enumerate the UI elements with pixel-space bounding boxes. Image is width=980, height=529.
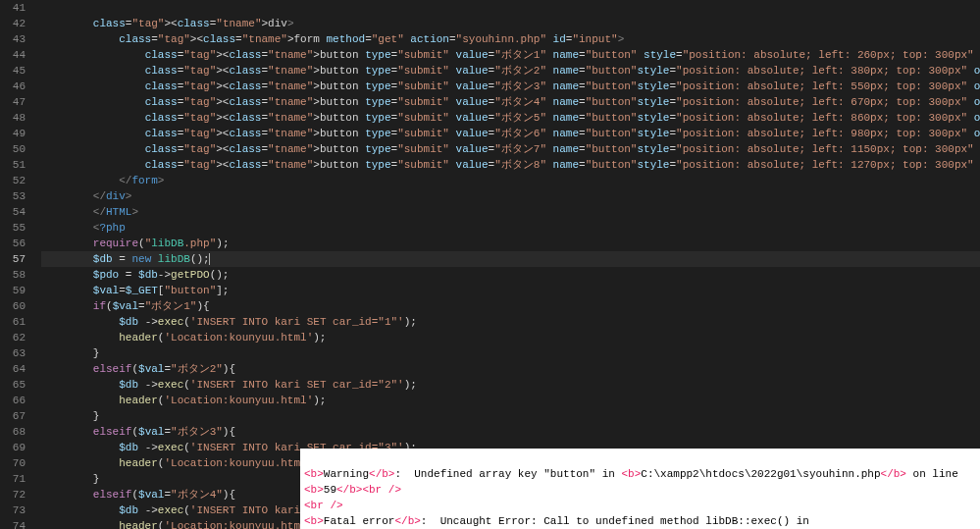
tag-b-open: <b> — [621, 468, 641, 480]
line-number: 69 — [8, 440, 26, 455]
tag-b-close: </b> — [394, 515, 420, 527]
code-line[interactable]: require("libDB.php"); — [41, 236, 980, 251]
tag-b-close: </b> — [881, 468, 906, 480]
line-number: 59 — [8, 283, 26, 298]
tag-b-close: </b> — [369, 468, 394, 480]
code-line[interactable]: $val=$_GET["button"]; — [41, 283, 980, 298]
code-line[interactable]: <?php — [41, 220, 980, 236]
code-line[interactable]: class="tag"><class="tname">button type="… — [41, 63, 980, 79]
line-number: 53 — [8, 188, 26, 204]
line-number: 71 — [8, 471, 26, 487]
line-number: 51 — [8, 157, 26, 173]
line-number: 43 — [8, 31, 26, 47]
err-text: on line — [906, 468, 964, 480]
code-line[interactable]: header('Location:kounyuu.html'); — [41, 393, 980, 408]
line-number: 52 — [8, 173, 26, 188]
err-text: : Undefined array key "button" in — [394, 468, 621, 480]
code-line[interactable]: class="tag"><class="tname">button type="… — [41, 157, 980, 173]
line-number: 58 — [8, 267, 26, 283]
tag-b-close: </b><br /> — [336, 484, 401, 496]
line-number: 64 — [8, 361, 26, 377]
err-warning: Warning — [324, 468, 369, 480]
tag-b-open: <b> — [304, 515, 324, 527]
line-number: 50 — [8, 141, 26, 157]
code-line[interactable]: elseif($val="ボタン2"){ — [41, 361, 980, 377]
code-line[interactable]: $db = new libDB(); — [41, 251, 980, 267]
code-line[interactable]: class="tag"><class="tname">button type="… — [41, 47, 980, 63]
line-number: 56 — [8, 236, 26, 251]
line-number: 65 — [8, 377, 26, 393]
line-number: 63 — [8, 345, 26, 361]
line-number: 55 — [8, 220, 26, 236]
tag-b-open: <b> — [304, 468, 324, 480]
line-number: 73 — [8, 503, 26, 518]
code-line[interactable]: class="tag"><class="tname">button type="… — [41, 126, 980, 141]
line-number: 72 — [8, 487, 26, 503]
line-number: 67 — [8, 408, 26, 424]
line-number: 70 — [8, 455, 26, 471]
line-number: 42 — [8, 16, 26, 31]
code-line[interactable]: $pdo = $db->getPDO(); — [41, 267, 980, 283]
code-line[interactable]: class="tag"><class="tname">div> — [41, 16, 980, 31]
line-number: 47 — [8, 94, 26, 110]
line-number: 62 — [8, 330, 26, 345]
line-number: 41 — [8, 0, 26, 16]
line-number: 57 — [8, 251, 26, 267]
code-line[interactable]: class="tag"><class="tname">button type="… — [41, 94, 980, 110]
line-number: 61 — [8, 314, 26, 330]
code-line[interactable]: class="tag"><class="tname">form method="… — [41, 31, 980, 47]
code-line[interactable]: if($val="ボタン1"){ — [41, 298, 980, 314]
code-line[interactable]: $db ->exec('INSERT INTO kari SET car_id=… — [41, 314, 980, 330]
code-line[interactable]: elseif($val="ボタン3"){ — [41, 424, 980, 440]
tag-br: <br /> — [304, 500, 343, 511]
code-line[interactable]: class="tag"><class="tname">button type="… — [41, 110, 980, 126]
code-line[interactable] — [41, 0, 980, 16]
line-number-gutter: 4142434445464748495051525354555657585960… — [0, 0, 39, 529]
code-line[interactable]: } — [41, 408, 980, 424]
line-number: 46 — [8, 79, 26, 94]
err-fatal: Fatal error — [324, 515, 395, 527]
line-number: 45 — [8, 63, 26, 79]
code-line[interactable]: </form> — [41, 173, 980, 188]
code-line[interactable]: </div> — [41, 188, 980, 204]
line-number: 48 — [8, 110, 26, 126]
line-number: 66 — [8, 393, 26, 408]
line-number: 60 — [8, 298, 26, 314]
err-file: C:\xampp2\htdocs\2022g01\syouhinn.php — [641, 468, 880, 480]
line-number: 44 — [8, 47, 26, 63]
line-number: 49 — [8, 126, 26, 141]
code-line[interactable]: class="tag"><class="tname">button type="… — [41, 79, 980, 94]
code-line[interactable]: header('Location:kounyuu.html'); — [41, 330, 980, 345]
code-line[interactable]: } — [41, 345, 980, 361]
line-number: 74 — [8, 518, 26, 529]
code-line[interactable]: </HTML> — [41, 204, 980, 220]
line-number: 68 — [8, 424, 26, 440]
err-line: 59 — [324, 484, 336, 496]
code-line[interactable]: class="tag"><class="tname">button type="… — [41, 141, 980, 157]
php-error-overlay: <b>Warning</b>: Undefined array key "but… — [300, 449, 980, 529]
line-number: 54 — [8, 204, 26, 220]
code-line[interactable]: $db ->exec('INSERT INTO kari SET car_id=… — [41, 377, 980, 393]
tag-b-open: <b> — [304, 484, 324, 496]
